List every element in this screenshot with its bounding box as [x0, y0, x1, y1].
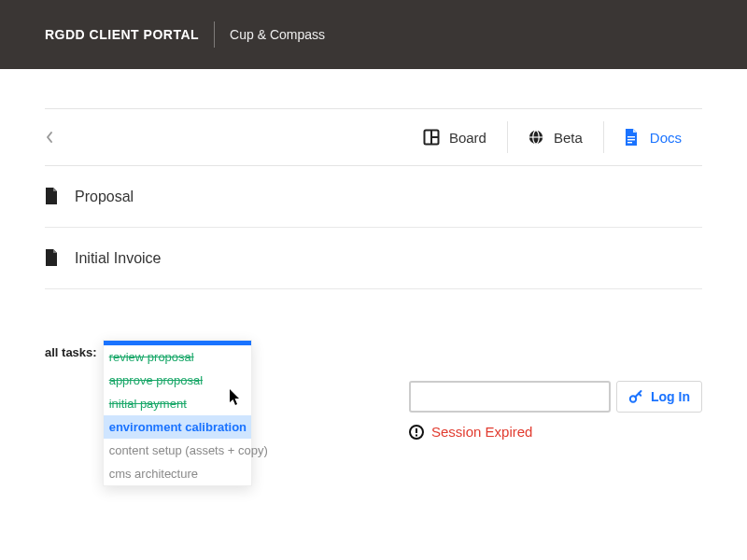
svg-rect-8 [627, 142, 632, 143]
task-item[interactable]: review proposal [104, 345, 251, 369]
password-input[interactable] [409, 381, 611, 413]
svg-rect-6 [627, 136, 635, 137]
task-item[interactable]: approve proposal [104, 369, 251, 392]
tab-board[interactable]: Board [402, 108, 507, 166]
login-button[interactable]: Log In [616, 381, 702, 413]
tab-board-label: Board [449, 130, 486, 146]
task-item[interactable]: content setup (assets + copy) [104, 439, 251, 462]
task-item-label: approve proposal [109, 373, 203, 387]
task-item-label: initial payment [109, 397, 187, 411]
key-icon [628, 389, 643, 404]
document-title: Proposal [75, 189, 134, 205]
document-item[interactable]: Initial Invoice [45, 228, 702, 289]
file-icon [45, 249, 60, 268]
task-item-label: content setup (assets + copy) [109, 443, 268, 457]
document-item[interactable]: Proposal [45, 166, 702, 228]
session-message: Session Expired [431, 424, 532, 440]
board-icon [423, 129, 440, 146]
login-panel: Log In Session Expired [409, 340, 702, 440]
document-list: Proposal Initial Invoice [45, 166, 702, 289]
svg-rect-14 [416, 434, 417, 436]
top-bar: RGDD CLIENT PORTAL Cup & Compass [0, 0, 747, 69]
task-item[interactable]: cms architecture [104, 462, 251, 485]
task-item-label: review proposal [109, 350, 194, 364]
tasks-dropdown[interactable]: review proposal approve proposal initial… [103, 340, 252, 486]
alert-icon [409, 425, 424, 440]
header-divider [214, 21, 215, 48]
brand-title: RGDD CLIENT PORTAL [45, 27, 199, 42]
task-item-label: environment calibration [109, 420, 247, 434]
tabs-row: Board Beta Docs [45, 108, 702, 166]
session-status: Session Expired [409, 424, 702, 440]
tasks-label: all tasks: [45, 340, 97, 359]
document-icon [624, 129, 641, 146]
tab-beta-label: Beta [554, 130, 583, 146]
client-name: Cup & Compass [230, 27, 325, 42]
document-title: Initial Invoice [75, 250, 162, 267]
tab-docs-label: Docs [650, 130, 682, 146]
login-button-label: Log In [651, 389, 690, 404]
svg-rect-13 [416, 428, 417, 433]
file-icon [45, 188, 60, 206]
tasks-block: all tasks: review proposal approve propo… [45, 340, 252, 486]
task-item-selected[interactable]: environment calibration [104, 415, 251, 439]
chevron-left-icon [45, 131, 54, 144]
globe-icon [528, 129, 544, 146]
task-item-label: cms architecture [109, 467, 198, 481]
svg-rect-7 [627, 139, 635, 140]
svg-line-11 [639, 394, 641, 396]
tab-docs[interactable]: Docs [603, 108, 702, 166]
task-item[interactable]: initial payment [104, 392, 251, 415]
back-button[interactable] [45, 131, 71, 144]
tab-beta[interactable]: Beta [507, 108, 603, 166]
